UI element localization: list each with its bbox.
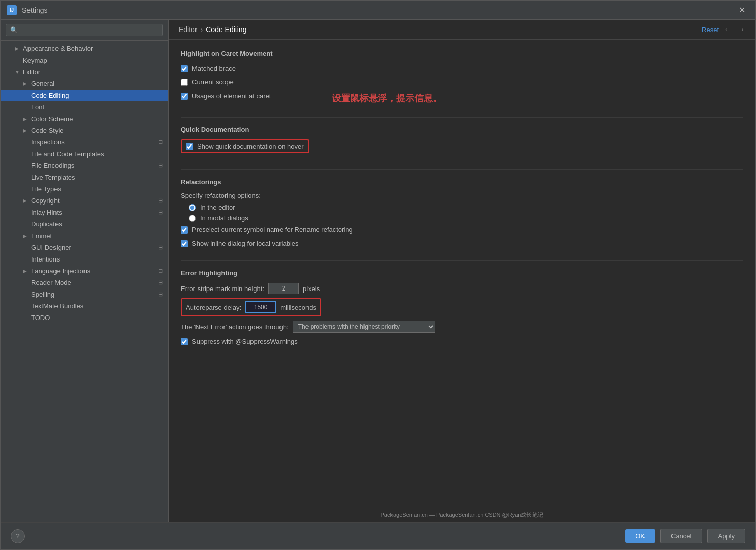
spacer: [23, 245, 29, 250]
stripe-height-input[interactable]: [268, 283, 299, 294]
sidebar-item-textmate-bundles[interactable]: TextMate Bundles: [1, 300, 168, 312]
section-title-quick-doc: Quick Documentation: [181, 126, 743, 133]
specify-label-row: Specify refactoring options:: [181, 192, 743, 199]
sidebar-item-language-injections[interactable]: ▶ Language Injections ⊟: [1, 265, 168, 277]
checkbox-row-usages: Usages of element at caret: [181, 91, 271, 101]
badge-icon: ⊟: [158, 244, 163, 251]
quick-doc-highlight-box: Show quick documentation on hover: [181, 139, 309, 153]
sidebar-item-live-templates[interactable]: Live Templates: [1, 171, 168, 183]
arrow-icon: ▶: [23, 81, 29, 86]
label-usages: Usages of element at caret: [192, 92, 271, 100]
app-icon: IJ: [7, 5, 17, 15]
sidebar-item-editor[interactable]: ▼ Editor: [1, 66, 168, 78]
spacer: [15, 57, 21, 63]
sidebar-item-copyright[interactable]: ▶ Copyright ⊟: [1, 195, 168, 207]
badge-icon: ⊟: [158, 268, 163, 274]
section-error-highlighting: Error Highlighting Error stripe mark min…: [181, 269, 743, 346]
label-suppress: Suppress with @SuppressWarnings: [192, 338, 298, 345]
spacer: [23, 303, 29, 309]
spacer: [23, 163, 29, 168]
sidebar-item-gui-designer[interactable]: GUI Designer ⊟: [1, 242, 168, 253]
checkbox-row-current-scope: Current scope: [181, 77, 743, 87]
sidebar-item-duplicates[interactable]: Duplicates: [1, 218, 168, 230]
sidebar-item-inlay-hints[interactable]: Inlay Hints ⊟: [1, 207, 168, 218]
checkbox-row-inline-dialog: Show inline dialog for local variables: [181, 239, 743, 248]
radio-in-modal[interactable]: [189, 215, 196, 222]
sidebar-item-color-scheme[interactable]: ▶ Color Scheme: [1, 113, 168, 125]
sidebar-item-code-editing[interactable]: Code Editing: [1, 90, 168, 101]
stripe-label: Error stripe mark min height:: [181, 285, 264, 293]
badge-icon: ⊟: [158, 291, 163, 298]
arrow-icon: ▶: [23, 128, 29, 133]
arrow-icon: ▶: [23, 268, 29, 274]
checkbox-show-quick-doc[interactable]: [186, 143, 193, 150]
label-inline-dialog: Show inline dialog for local variables: [192, 240, 299, 247]
label-matched-brace: Matched brace: [192, 65, 236, 72]
checkbox-suppress[interactable]: [181, 338, 188, 345]
annotation-text: 设置鼠标悬浮，提示信息。: [332, 92, 442, 104]
divider-3: [181, 260, 743, 261]
badge-icon: ⊟: [158, 279, 163, 286]
sidebar-item-spelling[interactable]: Spelling ⊟: [1, 288, 168, 300]
sidebar-item-code-style[interactable]: ▶ Code Style: [1, 125, 168, 136]
radio-in-editor[interactable]: [189, 204, 196, 211]
checkbox-inline-dialog[interactable]: [181, 240, 188, 247]
spacer: [23, 93, 29, 98]
spacer: [23, 315, 29, 321]
breadcrumb: Editor › Code Editing: [179, 25, 702, 34]
spacer: [23, 186, 29, 192]
spacer: [23, 256, 29, 262]
sidebar: ▶ Appearance & Behavior Keymap ▼ Editor …: [1, 20, 169, 522]
watermark: PackageSenfan.cn — PackageSenfan.cn CSDN…: [169, 508, 755, 522]
section-title-highlight: Highlight on Caret Movement: [181, 50, 743, 57]
panel-header: Editor › Code Editing Reset ← →: [169, 20, 755, 40]
checkbox-row-preselect: Preselect current symbol name for Rename…: [181, 225, 743, 235]
help-button[interactable]: ?: [11, 529, 25, 543]
sidebar-item-appearance-behavior[interactable]: ▶ Appearance & Behavior: [1, 43, 168, 54]
checkbox-row-suppress: Suppress with @SuppressWarnings: [181, 337, 743, 346]
autoreparse-input[interactable]: [245, 301, 276, 313]
stripe-unit: pixels: [303, 285, 320, 293]
sidebar-item-file-encodings[interactable]: File Encodings ⊟: [1, 160, 168, 171]
sidebar-item-todo[interactable]: TODO: [1, 312, 168, 324]
checkbox-matched-brace[interactable]: [181, 65, 188, 72]
next-error-dropdown[interactable]: The problems with the highest priority A…: [293, 321, 435, 333]
autoreparse-unit: milliseconds: [280, 304, 316, 311]
ok-button[interactable]: OK: [625, 529, 655, 543]
spacer: [23, 139, 29, 145]
cancel-button[interactable]: Cancel: [660, 529, 702, 543]
spacer: [23, 292, 29, 297]
sidebar-item-file-code-templates[interactable]: File and Code Templates: [1, 148, 168, 160]
label-in-editor: In the editor: [200, 204, 235, 211]
radio-row-in-modal: In modal dialogs: [189, 214, 743, 222]
label-show-quick-doc: Show quick documentation on hover: [197, 142, 304, 150]
sidebar-item-reader-mode[interactable]: Reader Mode ⊟: [1, 277, 168, 288]
settings-window: IJ Settings ✕ ▶ Appearance & Behavior Ke…: [0, 0, 756, 550]
apply-button[interactable]: Apply: [707, 529, 745, 543]
label-in-modal: In modal dialogs: [200, 214, 248, 222]
sidebar-item-font[interactable]: Font: [1, 101, 168, 113]
sidebar-item-general[interactable]: ▶ General: [1, 78, 168, 90]
next-error-row: The 'Next Error' action goes through: Th…: [181, 321, 743, 333]
reset-button[interactable]: Reset: [702, 26, 719, 34]
section-quick-doc: Quick Documentation Show quick documenta…: [181, 126, 743, 157]
checkbox-current-scope[interactable]: [181, 79, 188, 86]
arrow-icon: ▶: [23, 233, 29, 239]
title-bar: IJ Settings ✕: [1, 1, 755, 20]
back-button[interactable]: ←: [724, 25, 732, 34]
main-panel: Editor › Code Editing Reset ← → Highligh…: [169, 20, 755, 522]
forward-button[interactable]: →: [737, 25, 745, 34]
checkbox-usages[interactable]: [181, 93, 188, 100]
sidebar-item-file-types[interactable]: File Types: [1, 183, 168, 195]
spacer: [23, 175, 29, 180]
sidebar-item-emmet[interactable]: ▶ Emmet: [1, 230, 168, 242]
search-input[interactable]: [6, 24, 163, 36]
sidebar-item-keymap[interactable]: Keymap: [1, 54, 168, 66]
close-button[interactable]: ✕: [735, 3, 749, 17]
sidebar-item-inspections[interactable]: Inspections ⊟: [1, 136, 168, 148]
arrow-icon: ▶: [23, 116, 29, 122]
section-title-refactorings: Refactorings: [181, 178, 743, 186]
stripe-height-row: Error stripe mark min height: pixels: [181, 283, 743, 294]
sidebar-item-intentions[interactable]: Intentions: [1, 253, 168, 265]
checkbox-preselect[interactable]: [181, 226, 188, 234]
